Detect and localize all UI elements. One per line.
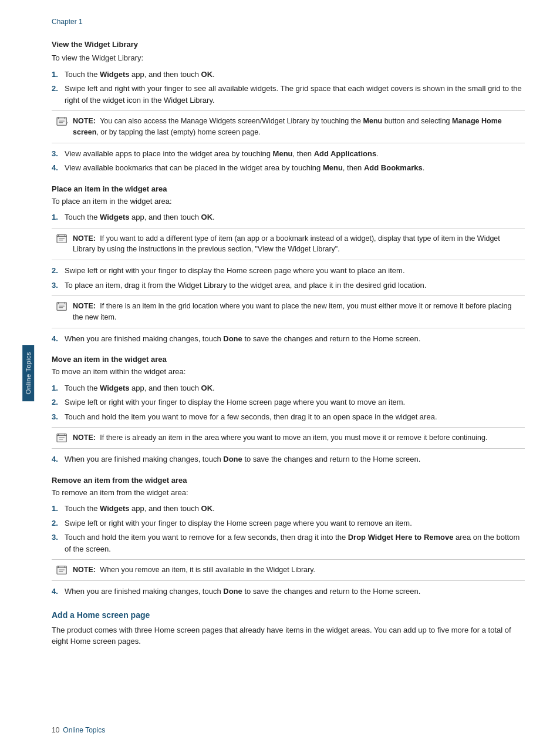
list-item: 4. When you are finished making changes,… [52, 453, 525, 465]
intro-add-home: The product comes with three Home screen… [52, 624, 525, 647]
list-item: 1. Touch the Widgets app, and then touch… [52, 382, 525, 394]
note-icon [56, 301, 73, 312]
note-text: NOTE: If there is an item in the grid lo… [73, 301, 520, 323]
list-item: 4. View available bookmarks that can be … [52, 162, 525, 174]
section-heading-view-widget: View the Widget Library [52, 40, 525, 49]
list-item: 4. When you are finished making changes,… [52, 333, 525, 345]
note-icon [56, 432, 73, 443]
footer-label: Online Topics [63, 726, 105, 734]
list-item: 3. To place an item, drag it from the Wi… [52, 280, 525, 291]
intro-place: To place an item in the widget area: [52, 196, 525, 207]
note-text: NOTE: You can also access the Manage Wid… [73, 116, 520, 138]
list-item: 1. Touch the Widgets app, and then touch… [52, 69, 525, 80]
list-item: 2. Swipe left or right with your finger … [52, 396, 525, 408]
list-item: 1. Touch the Widgets app, and then touch… [52, 503, 525, 515]
section-add-home-screen: Add a Home screen page The product comes… [52, 610, 525, 647]
note-view-widget: NOTE: You can also access the Manage Wid… [52, 110, 525, 143]
list-item: 1. Touch the Widgets app, and then touch… [52, 211, 525, 223]
page-footer: 10 Online Topics [16, 726, 560, 734]
section-remove-item: Remove an item from the widget area To r… [52, 476, 525, 597]
page-number: 10 [52, 726, 59, 734]
note-place-1: NOTE: If you want to add a different typ… [52, 228, 525, 261]
list-item: 2. Swipe left or right with your finger … [52, 265, 525, 277]
intro-view-widget: To view the Widget Library: [52, 52, 525, 64]
note-move: NOTE: If there is already an item in the… [52, 427, 525, 449]
side-tab: Online Topics [22, 345, 34, 401]
list-view-widget-1: 1. Touch the Widgets app, and then touch… [52, 69, 525, 106]
section-heading-place: Place an item in the widget area [52, 184, 525, 193]
list-item: 3. Touch and hold the item you want to r… [52, 532, 525, 555]
note-remove: NOTE: When you remove an item, it is sti… [52, 559, 525, 581]
list-view-widget-2: 3. View available apps to place into the… [52, 148, 525, 174]
note-place-2: NOTE: If there is an item in the grid lo… [52, 295, 525, 328]
section-view-widget-library: View the Widget Library To view the Widg… [52, 40, 525, 174]
section-heading-add-home: Add a Home screen page [52, 610, 525, 620]
list-item: 3. View available apps to place into the… [52, 148, 525, 160]
section-heading-remove: Remove an item from the widget area [52, 476, 525, 485]
note-text: NOTE: If there is already an item in the… [73, 432, 487, 443]
section-move-item: Move an item in the widget area To move … [52, 355, 525, 465]
list-item: 2. Swipe left or right with your finger … [52, 518, 525, 529]
section-heading-move: Move an item in the widget area [52, 355, 525, 364]
note-icon [56, 564, 73, 576]
list-item: 2. Swipe left and right with your finger… [52, 83, 525, 106]
note-icon [56, 116, 73, 127]
section-place-item: Place an item in the widget area To plac… [52, 184, 525, 345]
note-text: NOTE: When you remove an item, it is sti… [73, 564, 315, 576]
chapter-header: Chapter 1 [52, 18, 525, 26]
intro-remove: To remove an item from the widget area: [52, 487, 525, 499]
list-item: 3. Touch and hold the item you want to m… [52, 411, 525, 423]
list-item: 4. When you are finished making changes,… [52, 586, 525, 597]
note-text: NOTE: If you want to add a different typ… [73, 233, 520, 256]
intro-move: To move an item within the widget area: [52, 366, 525, 378]
note-icon [56, 233, 73, 244]
